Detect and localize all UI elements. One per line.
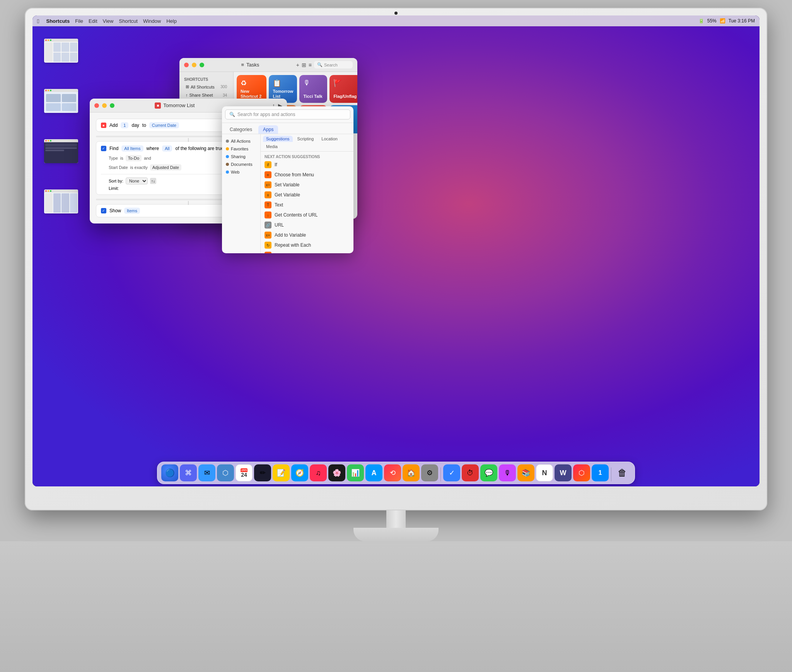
menu-app-name[interactable]: Shortcuts xyxy=(46,18,70,24)
dock-readwise[interactable]: W xyxy=(555,464,572,481)
dock-pencil[interactable]: ✏ xyxy=(254,464,271,481)
dock-mail[interactable]: ✉ xyxy=(198,464,215,481)
dock-music[interactable]: ♫ xyxy=(310,464,327,481)
dock-finder[interactable]: 🔵 xyxy=(161,464,178,481)
sugg-item-add-to-variable[interactable]: x+ Add to Variable xyxy=(261,230,353,240)
suggestions-search-input[interactable]: 🔍 Search for apps and actions xyxy=(225,109,350,119)
sugg-item-choose-from-menu[interactable]: ≡ Choose from Menu xyxy=(261,170,353,180)
desktop-preview-3[interactable] xyxy=(44,139,78,163)
sort-label: Sort by: xyxy=(109,179,123,183)
shortcut-tile-ticci-talk[interactable]: 🎙 Ticci Talk xyxy=(299,75,327,103)
documents-dot xyxy=(226,163,229,166)
add-shortcut-button[interactable]: + xyxy=(296,62,299,68)
tomorrow-minimize-button[interactable] xyxy=(102,103,107,108)
sugg-item-get-variable[interactable]: x Get Variable xyxy=(261,190,353,200)
right-tab-scripting[interactable]: Scripting xyxy=(294,136,317,142)
dock-messages[interactable]: 💬 xyxy=(480,464,497,481)
current-date-pill[interactable]: Current Date xyxy=(149,122,179,128)
discord-icon: ⌘ xyxy=(185,469,192,477)
trash-icon: 🗑 xyxy=(618,467,627,478)
dock-calendar[interactable]: JAN 24 xyxy=(236,464,253,481)
menu-file[interactable]: File xyxy=(75,18,83,24)
start-date-key: Start Date xyxy=(109,165,128,170)
fullscreen-button[interactable] xyxy=(200,63,204,67)
right-tab-location[interactable]: Location xyxy=(318,136,341,142)
tomorrow-fullscreen-button[interactable] xyxy=(110,103,114,108)
all-items-pill[interactable]: All Items xyxy=(121,145,143,152)
right-tab-suggestions[interactable]: Suggestions xyxy=(263,136,293,142)
sort-direction-button[interactable]: ↑↓ xyxy=(150,178,156,184)
tab-apps[interactable]: Apps xyxy=(258,125,278,134)
all2-pill[interactable]: All xyxy=(162,145,172,152)
sugg-item-repeat-each[interactable]: ↻ Repeat with Each xyxy=(261,240,353,250)
shortcuts-window-title: ≡ Tasks xyxy=(241,62,259,68)
suggestions-content: All Actions Favorites Sharing Docum xyxy=(222,134,353,253)
search-mag-icon: 🔍 xyxy=(229,112,235,117)
list-view-button[interactable]: ≡ xyxy=(309,62,312,68)
minimize-button[interactable] xyxy=(192,63,196,67)
dock-notion[interactable]: N xyxy=(536,464,553,481)
notion-icon: N xyxy=(542,469,547,477)
sugg-item-get-contents-url[interactable]: ↓ Get Contents of URL xyxy=(261,210,353,220)
dock-discord[interactable]: ⌘ xyxy=(180,464,197,481)
type-val-pill[interactable]: To-Do xyxy=(126,155,142,161)
dock-podcast[interactable]: 🎙 xyxy=(499,464,516,481)
dock-things[interactable]: ✓ xyxy=(443,464,460,481)
menu-edit[interactable]: Edit xyxy=(89,18,97,24)
dock-books[interactable]: 📚 xyxy=(517,464,534,481)
desktop-preview-1[interactable] xyxy=(44,39,78,63)
shortcut-tile-flag-unflag[interactable]: 🚩 Flag/Unflag xyxy=(329,75,357,103)
right-tab-media[interactable]: Media xyxy=(263,143,281,150)
sugg-item-text[interactable]: T Text xyxy=(261,200,353,210)
type-key: Type xyxy=(109,156,118,160)
pencil-icon: ✏ xyxy=(260,469,266,477)
dock-numbers[interactable]: 📊 xyxy=(347,464,364,481)
menu-view[interactable]: View xyxy=(103,18,114,24)
cat-favorites[interactable]: Favorites xyxy=(222,145,260,153)
sidebar-item-share-sheet[interactable]: ↑ Share Sheet 34 xyxy=(181,91,232,99)
suggestions-search-bar: 🔍 Search for apps and actions xyxy=(222,106,353,123)
cat-web[interactable]: Web xyxy=(222,168,260,176)
tab-categories[interactable]: Categories xyxy=(225,125,257,134)
dock-system-prefs[interactable]: ⚙ xyxy=(421,464,438,481)
dock-tot[interactable]: ⬡ xyxy=(573,464,590,481)
sugg-item-url[interactable]: 🔗 URL xyxy=(261,220,353,230)
find-checkbox[interactable]: ✓ xyxy=(101,146,106,151)
dock-trash[interactable]: 🗑 xyxy=(614,464,631,481)
grid-view-button[interactable]: ⊞ xyxy=(302,62,306,68)
show-checkbox[interactable]: ✓ xyxy=(101,208,106,213)
cat-sharing[interactable]: Sharing xyxy=(222,153,260,160)
menu-shortcut[interactable]: Shortcut xyxy=(119,18,137,24)
apple-menu-icon[interactable]:  xyxy=(37,18,39,24)
dock-1password[interactable]: 1 xyxy=(592,464,609,481)
menu-window[interactable]: Window xyxy=(143,18,161,24)
cat-documents[interactable]: Documents xyxy=(222,160,260,168)
battery-icon: 🔋 xyxy=(698,18,704,24)
camera xyxy=(394,12,398,15)
dock-timing[interactable]: ⏱ xyxy=(462,464,479,481)
search-placeholder: Search xyxy=(324,63,338,67)
sidebar-item-all-shortcuts[interactable]: ⊞ All Shortcuts 300 xyxy=(181,83,232,91)
shortcuts-search[interactable]: 🔍 Search xyxy=(314,61,353,68)
sugg-item-get-dict-value[interactable]: { } Get Dictionary Value xyxy=(261,250,353,253)
dock-omni[interactable]: ⬡ xyxy=(217,464,234,481)
dock-home[interactable]: 🏠 xyxy=(403,464,420,481)
dock-shortcuts[interactable]: ⟲ xyxy=(384,464,401,481)
adjusted-date-pill[interactable]: Adjusted Date xyxy=(150,164,181,171)
desktop-preview-4[interactable] xyxy=(44,189,78,213)
cat-all-actions[interactable]: All Actions xyxy=(222,137,260,145)
desktop-preview-2[interactable] xyxy=(44,89,78,113)
menu-help[interactable]: Help xyxy=(166,18,177,24)
calendar-dock-icon: JAN 24 xyxy=(241,468,247,478)
dock-notes[interactable]: 📝 xyxy=(273,464,290,481)
tomorrow-close-button[interactable] xyxy=(94,103,99,108)
add-num-pill[interactable]: 1 xyxy=(121,122,128,128)
sort-select[interactable]: None xyxy=(126,177,148,184)
sugg-item-if[interactable]: if If xyxy=(261,160,353,170)
close-button[interactable] xyxy=(184,63,189,67)
dock-appstore[interactable]: A xyxy=(365,464,382,481)
dock-photos[interactable]: 🌸 xyxy=(328,464,345,481)
dock-safari[interactable]: 🧭 xyxy=(291,464,308,481)
items-pill[interactable]: Items xyxy=(124,208,140,214)
sugg-item-set-variable[interactable]: x= Set Variable xyxy=(261,180,353,190)
